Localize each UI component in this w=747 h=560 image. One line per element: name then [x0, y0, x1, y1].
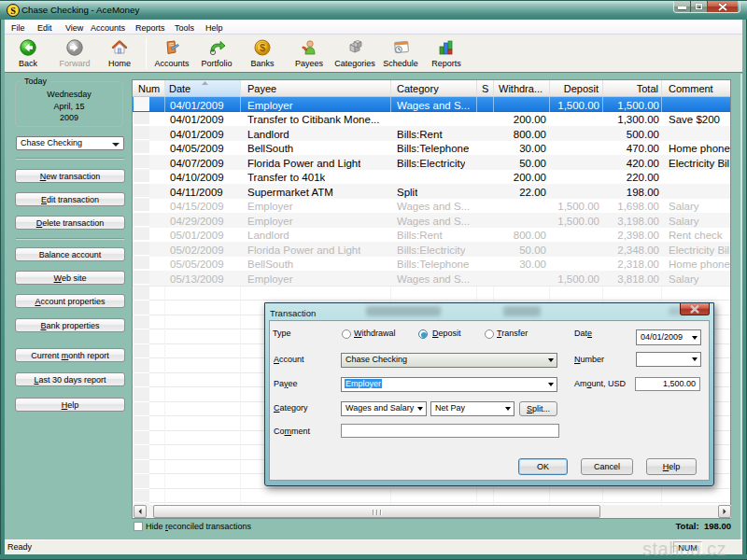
svg-text:S: S [10, 6, 16, 16]
svg-text:$: $ [260, 42, 265, 53]
